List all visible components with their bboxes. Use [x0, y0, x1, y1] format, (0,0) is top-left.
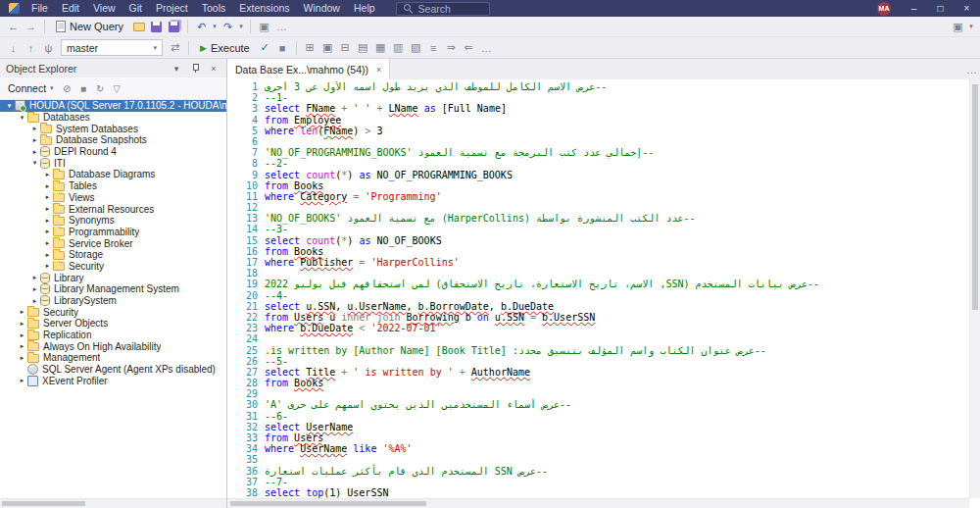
expand-icon[interactable]: ▸ — [42, 205, 53, 213]
code-line[interactable]: --عرض الاسم الكامل للموظف الذي يزيد طول … — [265, 81, 968, 92]
tree-item[interactable]: ▾ITI — [0, 157, 226, 169]
code-line[interactable]: where len(FName) > 3 — [265, 126, 968, 136]
sidebar-hscrollbar[interactable] — [0, 498, 226, 508]
redo-icon[interactable]: ↷ — [220, 19, 236, 35]
expand-icon[interactable]: ▸ — [42, 171, 53, 178]
menu-extensions[interactable]: Extensions — [232, 0, 296, 17]
code-line[interactable] — [265, 136, 968, 147]
tree-item[interactable]: ▸Always On High Availability — [0, 340, 226, 352]
tree-item[interactable]: ▸Storage — [0, 249, 226, 261]
cancel-query-icon[interactable]: ■ — [274, 39, 291, 56]
tree-item[interactable]: ▸Library — [0, 272, 226, 283]
tree-item[interactable]: ▸Synonyms — [0, 215, 226, 227]
indent-icon[interactable]: ⇒ — [443, 39, 460, 56]
expand-icon[interactable]: ▸ — [29, 125, 40, 132]
navigate-forward-icon[interactable]: → — [23, 19, 39, 35]
tree-item[interactable]: ▸Security — [0, 261, 226, 273]
code-line[interactable]: where Publisher = 'HarperCollins' — [265, 257, 968, 268]
code-editor[interactable]: 1234567891011121314151617181920212223242… — [227, 79, 980, 508]
tree-item[interactable]: ▸Programmability — [0, 227, 226, 238]
menu-git[interactable]: Git — [122, 0, 149, 17]
refresh-icon[interactable]: ↻ — [93, 81, 108, 96]
menu-tools[interactable]: Tools — [195, 0, 233, 17]
expand-icon[interactable]: ▸ — [42, 228, 53, 235]
standard-toolbar-overflow-icon[interactable]: … — [273, 19, 290, 35]
execute-button[interactable]: ▶ Execute — [194, 40, 256, 56]
include-actual-plan-icon[interactable]: ⊟ — [337, 39, 354, 56]
tree-item[interactable]: ▾HOUDA (SQL Server 17.0.1105.2 - HOUDA\m… — [0, 100, 226, 112]
expand-icon[interactable]: ▸ — [17, 331, 27, 339]
code-line[interactable]: --6- — [265, 411, 968, 422]
code-line[interactable]: from Books — [265, 180, 968, 191]
code-line[interactable]: select Title + ' is written by ' + Autho… — [265, 367, 968, 378]
query-options-icon[interactable]: ≡ — [425, 39, 442, 56]
code-line[interactable]: --عرض عنوان الكتاب واسم المؤلف بتنسيق مح… — [265, 345, 968, 356]
tree-item[interactable]: ▸Tables — [0, 180, 226, 192]
toolbar-options-dropdown-icon[interactable]: ▾ — [967, 19, 975, 35]
save-all-icon[interactable] — [166, 19, 182, 35]
code-line[interactable]: --عدد الكتب المنشورة بواسطة (HarperColli… — [265, 213, 968, 224]
tree-item[interactable]: ▸LibrarySystem — [0, 295, 226, 307]
results-to-file-icon[interactable]: ▧ — [408, 39, 424, 56]
title-search[interactable]: Search — [396, 2, 490, 16]
expand-icon[interactable]: ▸ — [42, 251, 53, 259]
tree-item[interactable]: ▸Library Management System — [0, 283, 226, 295]
redo-dropdown-icon[interactable]: ▾ — [237, 19, 245, 35]
code-line[interactable] — [265, 388, 968, 399]
collapse-icon[interactable]: ▾ — [17, 114, 27, 122]
new-query-button[interactable]: New Query — [50, 19, 129, 34]
outdent-icon[interactable]: ⇐ — [461, 39, 477, 56]
expand-icon[interactable]: ▸ — [29, 148, 40, 156]
code-line[interactable]: select count(*) as NO_OF_PROGRAMMING_BOO… — [265, 170, 968, 180]
code-line[interactable]: from Users — [265, 432, 968, 443]
collapse-icon[interactable]: ▾ — [4, 102, 15, 110]
expand-icon[interactable]: ▸ — [29, 285, 40, 293]
collapse-icon[interactable]: ▾ — [29, 159, 40, 167]
editor-vscrollbar-thumb[interactable] — [972, 84, 978, 310]
git-branch-icon[interactable]: ψ — [40, 39, 57, 56]
code-line[interactable]: --إجمالي عدد كتب البرمجة مع تسمية العمود… — [265, 147, 968, 158]
git-pull-icon[interactable]: ↓ — [5, 39, 22, 56]
open-file-icon[interactable] — [130, 19, 147, 35]
code-line[interactable]: --1- — [265, 92, 968, 103]
query-toolbar-overflow-icon[interactable]: … — [478, 39, 495, 56]
code-line[interactable] — [265, 268, 968, 279]
undo-dropdown-icon[interactable]: ▾ — [211, 19, 219, 35]
expand-icon[interactable]: ▸ — [17, 320, 27, 328]
expand-icon[interactable]: ▸ — [17, 354, 27, 362]
tree-item[interactable]: ▾Databases — [0, 112, 226, 124]
expand-icon[interactable]: ▸ — [42, 182, 53, 190]
results-to-grid-icon[interactable]: ▦ — [372, 39, 389, 56]
parse-query-icon[interactable]: ✓ — [257, 39, 273, 56]
menu-project[interactable]: Project — [149, 0, 195, 17]
document-tab[interactable]: Data Base Ex...\mahmo (54)) × — [227, 59, 390, 79]
display-estimated-plan-icon[interactable]: ⊞ — [302, 39, 318, 56]
code-line[interactable]: select u.SSN, u.UserName, b.BorrowDate, … — [265, 301, 968, 312]
restore-button[interactable]: □ — [927, 0, 954, 17]
menu-edit[interactable]: Edit — [55, 0, 86, 17]
expand-icon[interactable]: ▸ — [17, 342, 27, 350]
window-position-icon[interactable]: ▾ — [170, 62, 183, 76]
filter-icon[interactable]: ▽ — [110, 81, 124, 96]
tree-item[interactable]: ▸DEPI Round 4 — [0, 146, 226, 158]
tree-item[interactable]: ▸Database Snapshots — [0, 134, 226, 146]
activity-monitor-icon[interactable]: ▣ — [256, 19, 272, 35]
expand-icon[interactable]: ▸ — [42, 239, 53, 247]
code-line[interactable]: --7- — [265, 477, 968, 487]
code-line[interactable]: from Employee — [265, 115, 968, 126]
close-button[interactable]: × — [954, 0, 980, 17]
pin-icon[interactable] — [188, 62, 202, 76]
code-line[interactable]: --عرض بيانات المستخدم (SSN, الاسم، تاريخ… — [265, 279, 968, 289]
results-to-text-icon[interactable]: ▥ — [390, 39, 407, 56]
menu-help[interactable]: Help — [347, 0, 382, 17]
intellisense-enabled-icon[interactable]: ▣ — [319, 39, 336, 56]
code-line[interactable]: where UserName like '%A%' — [265, 443, 968, 454]
code-line[interactable]: where b.DueDate < '2022-07-01' — [265, 323, 968, 333]
navigate-back-icon[interactable]: ← — [5, 19, 22, 35]
code-line[interactable]: --عرض SSN المستخدم الذي قام بأكثر عمليات… — [265, 466, 968, 477]
expand-icon[interactable]: ▸ — [29, 274, 40, 281]
code-line[interactable]: --2- — [265, 158, 968, 169]
tree-item[interactable]: ▸External Resources — [0, 203, 226, 215]
git-compare-icon[interactable]: ⇄ — [167, 39, 183, 56]
tree-item[interactable]: ▸Management — [0, 352, 226, 364]
